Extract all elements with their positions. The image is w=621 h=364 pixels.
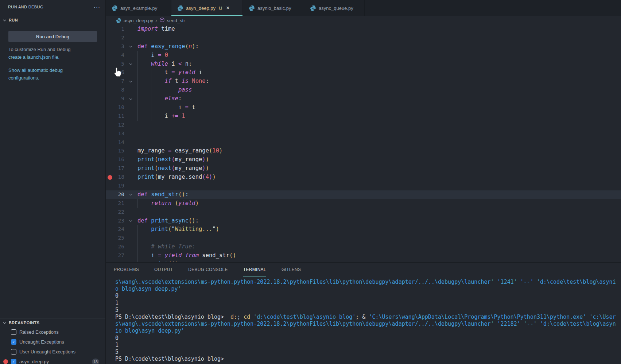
breakpoint-gutter[interactable] <box>106 25 114 34</box>
code-line-20[interactable]: 20def send_str(): <box>106 190 621 199</box>
code-line-23[interactable]: 23def print_async(): <box>106 217 621 225</box>
breakpoint-gutter[interactable] <box>106 164 114 173</box>
line-number: 21 <box>114 199 124 208</box>
code-line-19[interactable]: 19 <box>106 182 621 190</box>
terminal-output[interactable]: s\wang\.vscode\extensions\ms-python.pyth… <box>106 279 621 364</box>
code-line-22[interactable]: 22 <box>106 208 621 217</box>
fold-chevron-icon[interactable] <box>124 190 137 199</box>
breakpoint-gutter[interactable] <box>106 199 114 208</box>
breakpoint-gutter[interactable] <box>106 103 114 112</box>
breakpoint-dot[interactable] <box>108 175 112 180</box>
breakpoint-gutter[interactable] <box>106 34 114 42</box>
code-line-25[interactable]: 25 <box>106 234 621 243</box>
breakpoint-gutter[interactable] <box>106 86 114 94</box>
tab-asyn-example[interactable]: asyn_example.py <box>106 0 171 16</box>
code-line-8[interactable]: 8pass <box>106 86 621 94</box>
code-line-27[interactable]: 27i = yield from send_str() <box>106 251 621 260</box>
breakpoint-gutter[interactable] <box>106 225 114 234</box>
breakpoint-gutter[interactable] <box>106 51 114 60</box>
code-line-14[interactable]: 14 <box>106 138 621 147</box>
run-and-debug-button[interactable]: Run and Debug <box>8 31 97 42</box>
bottom-panel: PROBLEMS OUTPUT DEBUG CONSOLE TERMINAL G… <box>106 262 621 364</box>
checkbox[interactable]: ✓ <box>11 339 16 345</box>
fold-chevron-icon[interactable] <box>124 217 137 225</box>
code-line-4[interactable]: 4i = 0 <box>106 51 621 60</box>
panel-tab-output[interactable]: OUTPUT <box>154 263 173 276</box>
breakpoint-gutter[interactable] <box>106 243 114 251</box>
breakpoint-gutter[interactable] <box>106 129 114 138</box>
code-line-12[interactable]: 12 <box>106 121 621 129</box>
breakpoint-gutter[interactable] <box>106 251 114 260</box>
panel-tab-debug-console[interactable]: DEBUG CONSOLE <box>188 263 228 276</box>
code-line-3[interactable]: 3def easy_range(n): <box>106 42 621 51</box>
breakpoint-gutter[interactable] <box>106 94 114 103</box>
code-line-11[interactable]: 11i += 1 <box>106 112 621 121</box>
breadcrumb[interactable]: asyn_deep.py › send_str <box>106 16 621 25</box>
code-text <box>137 121 621 129</box>
more-actions-icon[interactable]: ··· <box>94 4 100 10</box>
checkbox[interactable] <box>11 349 16 355</box>
breakpoint-gutter[interactable] <box>106 208 114 217</box>
fold-chevron-icon[interactable] <box>124 94 137 103</box>
breadcrumb-file[interactable]: asyn_deep.py <box>124 18 153 23</box>
breakpoint-gutter[interactable] <box>106 42 114 51</box>
breakpoint-gutter[interactable] <box>106 173 114 182</box>
fold-chevron-icon[interactable] <box>124 42 137 51</box>
code-line-1[interactable]: 1import time <box>106 25 621 34</box>
code-line-17[interactable]: 17print(next(my_range)) <box>106 164 621 173</box>
code-line-7[interactable]: 7if t is None: <box>106 77 621 86</box>
fold-chevron-icon[interactable] <box>124 60 137 69</box>
breakpoint-item[interactable]: User Uncaught Exceptions <box>0 347 106 357</box>
code-line-24[interactable]: 24print("Waitting...") <box>106 225 621 234</box>
panel-tab-terminal[interactable]: TERMINAL <box>243 263 266 276</box>
breakpoint-gutter[interactable] <box>106 234 114 243</box>
code-line-5[interactable]: 5while i < n: <box>106 60 621 69</box>
run-section-header[interactable]: RUN <box>0 18 105 22</box>
fold-gutter <box>124 164 137 173</box>
code-line-15[interactable]: 15my_range = easy_range(10) <box>106 147 621 155</box>
breakpoint-gutter[interactable] <box>106 155 114 164</box>
breakpoint-gutter[interactable] <box>106 217 114 225</box>
code-line-6[interactable]: 6t = yield i <box>106 68 621 77</box>
breakpoint-gutter[interactable] <box>106 112 114 121</box>
code-line-16[interactable]: 16print(next(my_range)) <box>106 155 621 164</box>
fold-gutter <box>124 121 137 129</box>
breakpoint-gutter[interactable] <box>106 138 114 147</box>
breakpoint-item[interactable]: ✓asyn_deep.py18 <box>0 357 106 364</box>
code-line-9[interactable]: 9else: <box>106 94 621 103</box>
breakpoint-gutter[interactable] <box>106 60 114 69</box>
show-all-configs-link[interactable]: Show all automatic debugconfigurations. <box>8 67 63 81</box>
code-line-10[interactable]: 10i = t <box>106 103 621 112</box>
close-icon[interactable]: × <box>226 5 229 11</box>
code-line-18[interactable]: 18print(my_range.send(4)) <box>106 173 621 182</box>
code-line-13[interactable]: 13 <box>106 129 621 138</box>
line-number: 26 <box>114 243 124 251</box>
checkbox[interactable]: ✓ <box>11 359 16 364</box>
panel-tab-problems[interactable]: PROBLEMS <box>114 263 139 276</box>
code-text: if t is None: <box>137 77 621 86</box>
breadcrumb-separator: › <box>155 18 157 23</box>
fold-chevron-icon[interactable] <box>124 77 137 86</box>
tab-async-queue[interactable]: async_queue.py <box>304 0 365 16</box>
tab-asyn-deep[interactable]: asyn_deep.py U × <box>171 0 243 16</box>
code-editor[interactable]: 1import time23def easy_range(n):4i = 05w… <box>106 25 621 262</box>
code-line-26[interactable]: 26# while True: <box>106 243 621 251</box>
breakpoint-label: User Uncaught Exceptions <box>19 349 75 355</box>
breadcrumb-symbol[interactable]: send_str <box>167 18 185 23</box>
checkbox[interactable] <box>11 329 16 335</box>
breakpoint-gutter[interactable] <box>106 121 114 129</box>
breakpoint-gutter[interactable] <box>106 68 114 77</box>
breakpoint-gutter[interactable] <box>106 182 114 190</box>
breakpoint-item[interactable]: ✓Uncaught Exceptions <box>0 337 106 347</box>
tab-asynio-basic[interactable]: asynio_basic.py <box>243 0 304 16</box>
breakpoint-gutter[interactable] <box>106 147 114 155</box>
code-line-21[interactable]: 21return (yield) <box>106 199 621 208</box>
breakpoints-section-header[interactable]: BREAKPOINTS <box>0 321 106 325</box>
line-number: 23 <box>114 217 124 225</box>
breakpoint-gutter[interactable] <box>106 190 114 199</box>
launch-json-link[interactable]: create a launch.json file. <box>8 54 59 60</box>
breakpoint-item[interactable]: Raised Exceptions <box>0 327 106 337</box>
code-line-2[interactable]: 2 <box>106 34 621 42</box>
panel-tab-gitlens[interactable]: GITLENS <box>282 263 301 276</box>
breakpoint-gutter[interactable] <box>106 77 114 86</box>
